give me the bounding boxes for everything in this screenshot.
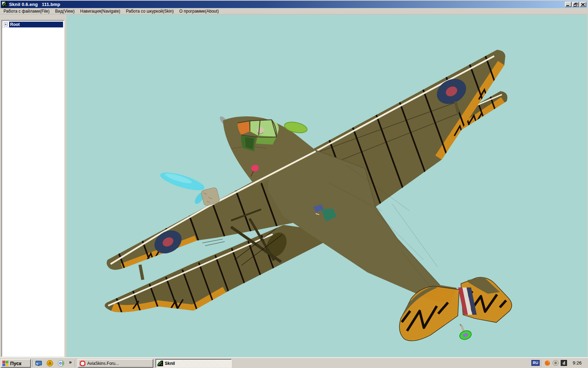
- window-title: Sknil 0.6.eng 111.bmp: [9, 2, 60, 7]
- propeller-blade-cyan: [159, 169, 206, 194]
- media-player-icon[interactable]: [57, 360, 65, 367]
- tail-wheel: [458, 324, 472, 341]
- app-icon: [2, 2, 7, 7]
- aircraft-3d-view[interactable]: [66, 15, 587, 357]
- tray-letter-icon[interactable]: d: [561, 360, 567, 366]
- taskbar-clock[interactable]: 9:26: [569, 360, 585, 366]
- task-label: AviaSkins.Foru...: [87, 361, 119, 366]
- menu-item-about[interactable]: О программе(About): [176, 8, 222, 14]
- overflow-chevron[interactable]: »: [69, 359, 72, 365]
- model-viewport[interactable]: [66, 15, 587, 357]
- tree-root-item[interactable]: + Root: [3, 21, 63, 27]
- separator: [33, 360, 33, 367]
- show-desktop-icon[interactable]: [35, 360, 42, 367]
- minimize-button[interactable]: [565, 2, 572, 7]
- tree-root-label: Root: [9, 22, 63, 27]
- task-button-aviaskins[interactable]: AviaSkins.Foru...: [78, 359, 153, 368]
- menu-item-view[interactable]: Вид(View): [52, 8, 77, 14]
- client-area: + Root: [1, 15, 587, 357]
- language-indicator[interactable]: RU: [531, 360, 540, 366]
- taskbar: Пуск » AviaSkins.For: [0, 357, 588, 368]
- application-window: Sknil 0.6.eng 111.bmp Работа с файлами(F…: [0, 0, 588, 368]
- interplane-strut-left: [140, 265, 143, 280]
- separator: [75, 360, 76, 367]
- windows-flag-icon: [2, 360, 9, 367]
- tree-panel: + Root: [1, 15, 66, 357]
- sknil-icon: [158, 361, 163, 366]
- opera-icon: [80, 361, 85, 366]
- task-button-sknil[interactable]: Sknil: [155, 359, 232, 368]
- close-icon: [581, 3, 585, 6]
- quick-launch-yellow-icon[interactable]: [46, 360, 54, 367]
- separator: [541, 360, 542, 367]
- menu-item-skin[interactable]: Работа со шкуркой(Skin): [123, 8, 177, 14]
- restore-button[interactable]: [572, 2, 579, 7]
- menu-bar: Работа с файлами(File) Вид(View) Навигац…: [1, 8, 587, 14]
- volume-icon[interactable]: [552, 360, 559, 368]
- menu-item-file[interactable]: Работа с файлами(File): [1, 8, 52, 14]
- task-label: Sknil: [165, 361, 175, 366]
- start-button[interactable]: Пуск: [1, 359, 31, 368]
- menu-item-navigate[interactable]: Навигация(Navigate): [77, 8, 123, 14]
- avast-icon[interactable]: [544, 360, 551, 368]
- start-label: Пуск: [10, 361, 21, 366]
- close-button[interactable]: [580, 2, 586, 7]
- tree-expander-icon[interactable]: +: [4, 22, 8, 26]
- tree-view[interactable]: + Root: [1, 20, 64, 357]
- title-bar: Sknil 0.6.eng 111.bmp: [1, 1, 587, 8]
